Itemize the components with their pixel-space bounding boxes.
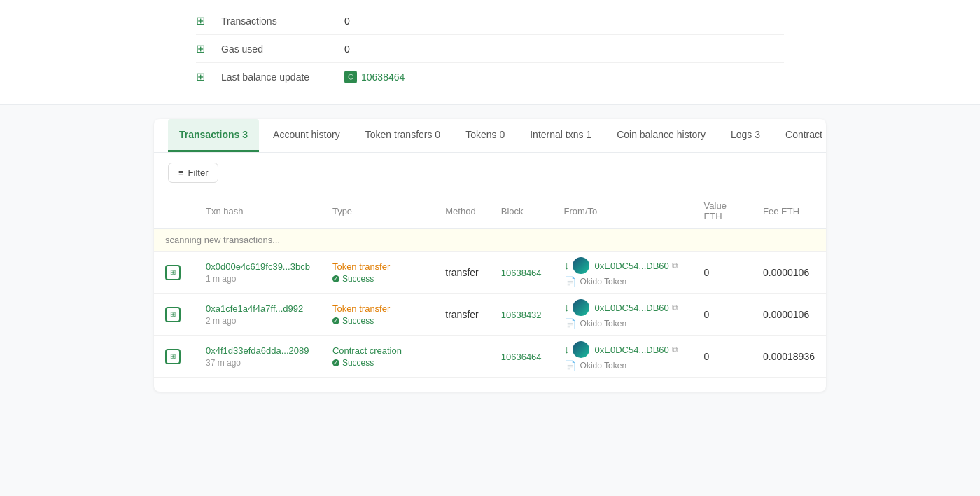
row2-doc-icon: 📄	[564, 318, 576, 329]
col-block: Block	[490, 193, 553, 229]
row1-hash-link[interactable]: 0x0d00e4c619fc39...3bcb	[206, 261, 310, 272]
row2-value: 0	[693, 294, 752, 336]
tab-coin-balance-history[interactable]: Coin balance history	[606, 119, 717, 152]
row1-type-cell: Token transfer ✓ Success	[321, 252, 434, 294]
row1-success-dot: ✓	[332, 275, 340, 282]
scanning-message: scanning new transactions...	[165, 235, 280, 245]
row2-method: transfer	[434, 294, 489, 336]
tab-logs[interactable]: Logs 3	[720, 119, 771, 152]
row3-addr-row: ↓ 0xE0DC54...DB60 ⧉	[564, 341, 678, 358]
balance-icon: ⊞	[196, 70, 210, 83]
row2-token-row: 📄 Okido Token	[564, 318, 682, 329]
row2-avatar	[573, 299, 589, 316]
row2-arrow-icon: ↓	[564, 301, 570, 314]
transactions-label: Transactions	[221, 15, 333, 27]
row1-hash-cell: 0x0d00e4c619fc39...3bcb 1 m ago	[195, 252, 321, 294]
gas-used-row: ⊞ Gas used 0	[196, 35, 784, 63]
row3-fromto: ↓ 0xE0DC54...DB60 ⧉ 📄 Okido Token	[553, 336, 693, 378]
tab-token-transfers[interactable]: Token transfers 0	[354, 119, 451, 152]
gas-label: Gas used	[221, 43, 333, 55]
row1-type-link[interactable]: Token transfer	[332, 261, 390, 272]
row3-fee: 0.00018936	[752, 336, 826, 378]
row3-token-row: 📄 Okido Token	[564, 360, 682, 371]
row2-hash-link[interactable]: 0xa1cfe1a4f4a7ff...d992	[206, 303, 303, 314]
row1-icon-cell: ⊞	[154, 252, 195, 294]
transactions-row: ⊞ Transactions 0	[196, 7, 784, 35]
col-fee: Fee ETH	[752, 193, 826, 229]
row3-status: ✓ Success	[332, 358, 374, 368]
row1-block: 10638464	[490, 252, 553, 294]
transactions-table: Txn hash Type Method Block From/To Value…	[154, 193, 826, 378]
row2-copy-icon[interactable]: ⧉	[672, 303, 678, 312]
row3-type-link[interactable]: Contract creation	[332, 345, 402, 356]
row1-avatar	[573, 257, 589, 274]
row2-type-link[interactable]: Token transfer	[332, 303, 390, 314]
row3-tx-icon: ⊞	[165, 349, 181, 364]
gas-icon: ⊞	[196, 42, 210, 55]
row2-addr-row: ↓ 0xE0DC54...DB60 ⧉	[564, 299, 678, 316]
row1-value: 0	[693, 252, 752, 294]
filter-label: Filter	[188, 167, 209, 178]
tab-transactions[interactable]: Transactions 3	[168, 119, 259, 152]
transactions-value: 0	[344, 15, 350, 27]
tab-contract[interactable]: Contract	[774, 119, 826, 152]
col-type: Type	[321, 193, 434, 229]
table-row: ⊞ 0xa1cfe1a4f4a7ff...d992 2 m ago Token …	[154, 294, 826, 336]
filter-icon: ≡	[178, 167, 184, 178]
row2-status: ✓ Success	[332, 316, 374, 326]
row3-hash-cell: 0x4f1d33efda6dda...2089 37 m ago	[195, 336, 321, 378]
col-value: Value ETH	[693, 193, 752, 229]
row2-fee: 0.0000106	[752, 294, 826, 336]
row1-copy-icon[interactable]: ⧉	[672, 261, 678, 270]
row1-method: transfer	[434, 252, 489, 294]
row2-fromto: ↓ 0xE0DC54...DB60 ⧉ 📄 Okido Token	[553, 294, 693, 336]
col-txhash	[154, 193, 195, 229]
row3-hash-link[interactable]: 0x4f1d33efda6dda...2089	[206, 345, 309, 356]
row1-arrow-icon: ↓	[564, 259, 570, 272]
row3-success-dot: ✓	[332, 359, 340, 366]
scanning-row: scanning new transactions...	[154, 229, 826, 252]
row1-addr-link[interactable]: 0xE0DC54...DB60	[595, 261, 669, 271]
row1-fromto: ↓ 0xE0DC54...DB60 ⧉ 📄 Okido Token	[553, 252, 693, 294]
row3-time: 37 m ago	[206, 358, 310, 368]
balance-label: Last balance update	[221, 71, 333, 83]
row2-addr-link[interactable]: 0xE0DC54...DB60	[595, 303, 669, 313]
row1-addr-row: ↓ 0xE0DC54...DB60 ⧉	[564, 257, 678, 274]
row1-tx-icon: ⊞	[165, 265, 181, 280]
tab-internal-txns[interactable]: Internal txns 1	[519, 119, 603, 152]
tabs-section: Transactions 3 Account history Token tra…	[154, 119, 826, 392]
row1-fee: 0.0000106	[752, 252, 826, 294]
row3-block: 10636464	[490, 336, 553, 378]
row3-copy-icon[interactable]: ⧉	[672, 345, 678, 354]
tab-tokens[interactable]: Tokens 0	[454, 119, 516, 152]
row2-tx-icon: ⊞	[165, 307, 181, 322]
filter-bar: ≡ Filter	[154, 153, 826, 193]
tab-account-history[interactable]: Account history	[262, 119, 351, 152]
tabs-nav: Transactions 3 Account history Token tra…	[154, 119, 826, 153]
filter-button[interactable]: ≡ Filter	[168, 163, 218, 183]
row2-block-link[interactable]: 10638432	[501, 310, 542, 320]
transactions-icon: ⊞	[196, 14, 210, 27]
table-row: ⊞ 0x0d00e4c619fc39...3bcb 1 m ago Token …	[154, 252, 826, 294]
row1-block-link[interactable]: 10638464	[501, 268, 542, 278]
top-section: ⊞ Transactions 0 ⊞ Gas used 0 ⊞ Last bal…	[0, 0, 980, 105]
row3-arrow-icon: ↓	[564, 343, 570, 356]
row2-hash-cell: 0xa1cfe1a4f4a7ff...d992 2 m ago	[195, 294, 321, 336]
row1-token-name: Okido Token	[580, 277, 627, 287]
table-wrapper: Txn hash Type Method Block From/To Value…	[154, 193, 826, 392]
balance-block-link[interactable]: ⬡ 10638464	[344, 71, 405, 83]
row2-time: 2 m ago	[206, 316, 310, 326]
row1-doc-icon: 📄	[564, 276, 576, 287]
row3-addr-link[interactable]: 0xE0DC54...DB60	[595, 345, 669, 355]
row1-time: 1 m ago	[206, 274, 310, 284]
row2-token-name: Okido Token	[580, 319, 627, 329]
row3-type-cell: Contract creation ✓ Success	[321, 336, 434, 378]
row3-avatar	[573, 341, 589, 358]
row3-method	[434, 336, 489, 378]
row1-token-row: 📄 Okido Token	[564, 276, 682, 287]
row2-success-dot: ✓	[332, 317, 340, 324]
row2-type-cell: Token transfer ✓ Success	[321, 294, 434, 336]
row3-block-link[interactable]: 10636464	[501, 352, 542, 362]
col-method: Method	[434, 193, 489, 229]
table-header-row: Txn hash Type Method Block From/To Value…	[154, 193, 826, 229]
